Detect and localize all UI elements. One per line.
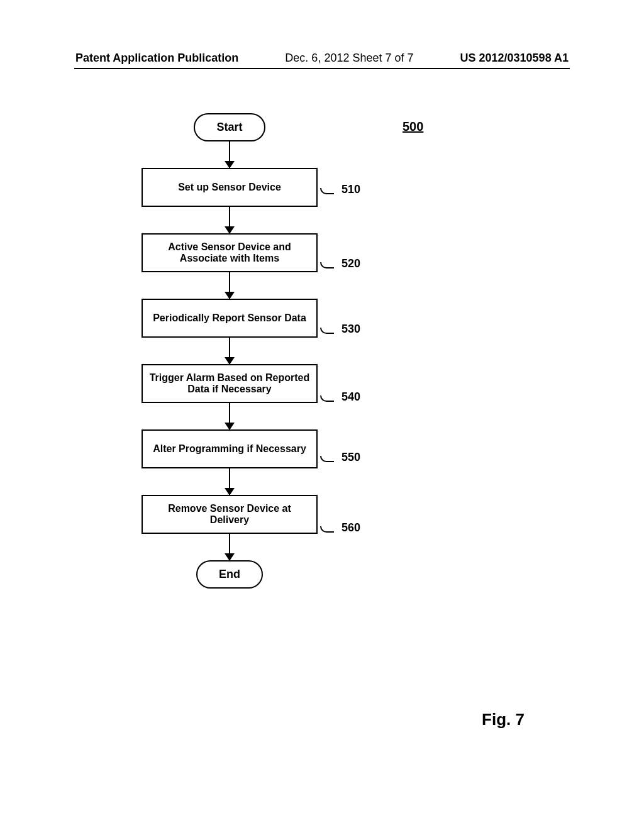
process-step-2: Active Sensor Device and Associate with … bbox=[142, 233, 318, 272]
arrow-icon bbox=[229, 403, 230, 429]
step-label: Remove Sensor Device at Delivery bbox=[149, 503, 310, 526]
process-step-5: Alter Programming if Necessary 550 bbox=[142, 429, 318, 468]
step-label: Trigger Alarm Based on Reported Data if … bbox=[149, 372, 310, 395]
process-step-4: Trigger Alarm Based on Reported Data if … bbox=[142, 364, 318, 403]
flowchart: Start Set up Sensor Device 510 Active Se… bbox=[119, 113, 340, 589]
step-label: Set up Sensor Device bbox=[178, 182, 281, 193]
arrow-icon bbox=[229, 272, 230, 299]
figure-number: 500 bbox=[402, 119, 423, 134]
start-terminator: Start bbox=[194, 113, 265, 141]
arrow-icon bbox=[229, 141, 230, 168]
leader-line-icon bbox=[320, 456, 334, 462]
process-step-6: Remove Sensor Device at Delivery 560 bbox=[142, 495, 318, 534]
step-ref: 520 bbox=[341, 257, 360, 270]
step-ref: 560 bbox=[341, 521, 360, 534]
step-ref: 550 bbox=[341, 451, 360, 464]
leader-line-icon bbox=[320, 188, 334, 194]
end-terminator: End bbox=[196, 560, 263, 589]
step-ref: 540 bbox=[341, 390, 360, 404]
header-center: Dec. 6, 2012 Sheet 7 of 7 bbox=[285, 52, 413, 65]
header-rule bbox=[74, 68, 570, 69]
arrow-icon bbox=[229, 468, 230, 495]
step-ref: 510 bbox=[341, 183, 360, 196]
step-label: Alter Programming if Necessary bbox=[153, 443, 306, 455]
figure-caption: Fig. 7 bbox=[482, 710, 525, 729]
page-header: Patent Application Publication Dec. 6, 2… bbox=[0, 52, 644, 65]
process-step-3: Periodically Report Sensor Data 530 bbox=[142, 299, 318, 338]
end-label: End bbox=[219, 568, 240, 580]
header-right: US 2012/0310598 A1 bbox=[460, 52, 569, 65]
start-label: Start bbox=[216, 121, 242, 133]
step-label: Active Sensor Device and Associate with … bbox=[149, 241, 310, 264]
step-label: Periodically Report Sensor Data bbox=[153, 313, 306, 324]
header-left: Patent Application Publication bbox=[75, 52, 238, 65]
leader-line-icon bbox=[320, 396, 334, 402]
step-ref: 530 bbox=[341, 323, 360, 336]
arrow-icon bbox=[229, 338, 230, 364]
leader-line-icon bbox=[320, 328, 334, 334]
leader-line-icon bbox=[320, 262, 334, 268]
arrow-icon bbox=[229, 534, 230, 560]
arrow-icon bbox=[229, 207, 230, 233]
process-step-1: Set up Sensor Device 510 bbox=[142, 168, 318, 207]
leader-line-icon bbox=[320, 526, 334, 533]
